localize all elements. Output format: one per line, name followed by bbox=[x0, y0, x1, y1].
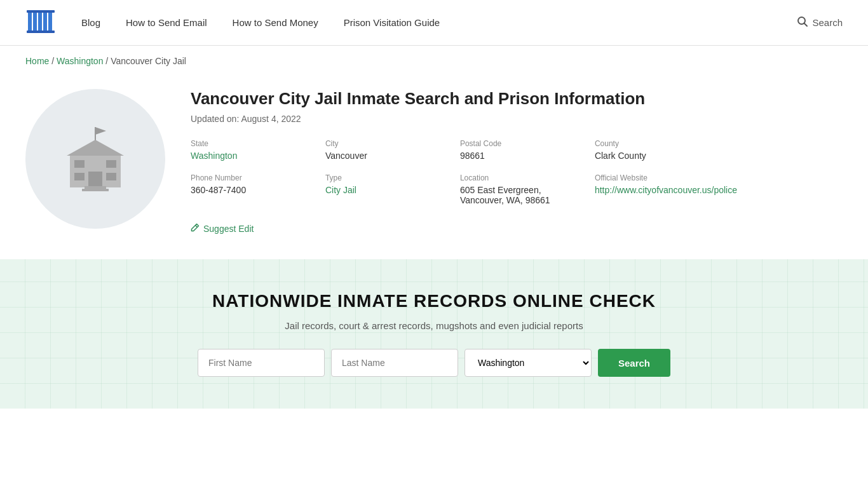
nav-visitation[interactable]: Prison Visitation Guide bbox=[344, 17, 440, 28]
svg-rect-4 bbox=[48, 11, 52, 32]
svg-rect-19 bbox=[82, 189, 109, 191]
svg-rect-16 bbox=[106, 160, 116, 168]
main-content: Vancouver City Jail Inmate Search and Pr… bbox=[0, 76, 763, 259]
county-value: Clark County bbox=[595, 151, 737, 161]
svg-line-8 bbox=[804, 24, 808, 27]
phone-value: 360-487-7400 bbox=[191, 185, 315, 195]
breadcrumb-current: Vancouver City Jail bbox=[111, 56, 186, 66]
svg-line-20 bbox=[196, 226, 198, 227]
records-heading: NATIONWIDE INMATE RECORDS ONLINE CHECK bbox=[25, 291, 843, 311]
svg-rect-17 bbox=[106, 173, 116, 180]
main-nav: Blog How to Send Email How to Send Money… bbox=[81, 17, 797, 28]
search-icon bbox=[797, 16, 808, 29]
state-select[interactable]: AlabamaAlaskaArizonaArkansasCaliforniaCo… bbox=[465, 349, 592, 377]
site-header: Blog How to Send Email How to Send Money… bbox=[0, 0, 868, 46]
svg-rect-6 bbox=[27, 30, 55, 33]
jail-image bbox=[25, 89, 165, 229]
inmate-search-form: AlabamaAlaskaArizonaArkansasCaliforniaCo… bbox=[25, 349, 843, 377]
updated-date: Updated on: August 4, 2022 bbox=[191, 114, 737, 124]
svg-rect-2 bbox=[38, 11, 42, 32]
records-section: NATIONWIDE INMATE RECORDS ONLINE CHECK J… bbox=[0, 259, 868, 409]
last-name-input[interactable] bbox=[331, 349, 458, 377]
info-location: Location 605 East Evergreen, Vancouver, … bbox=[460, 173, 585, 205]
records-description: Jail records, court & arrest records, mu… bbox=[25, 320, 843, 331]
first-name-input[interactable] bbox=[198, 349, 325, 377]
jail-info: Vancouver City Jail Inmate Search and Pr… bbox=[191, 89, 737, 234]
breadcrumb: Home / Washington / Vancouver City Jail bbox=[0, 46, 868, 76]
svg-rect-14 bbox=[74, 160, 85, 168]
nav-blog[interactable]: Blog bbox=[81, 17, 100, 28]
svg-rect-0 bbox=[28, 11, 32, 32]
info-county: County Clark County bbox=[595, 139, 737, 161]
info-website: Official Website http://www.cityofvancou… bbox=[595, 173, 737, 205]
info-type: Type City Jail bbox=[325, 173, 450, 205]
postal-value: 98661 bbox=[460, 151, 585, 161]
info-state: State Washington bbox=[191, 139, 315, 161]
jail-title: Vancouver City Jail Inmate Search and Pr… bbox=[191, 89, 737, 109]
nav-send-email[interactable]: How to Send Email bbox=[126, 17, 207, 28]
city-label: City bbox=[325, 139, 450, 148]
svg-rect-3 bbox=[43, 11, 47, 32]
search-button[interactable]: Search bbox=[598, 349, 670, 377]
svg-rect-5 bbox=[27, 10, 55, 13]
svg-rect-15 bbox=[74, 173, 85, 180]
location-value: 605 East Evergreen, Vancouver, WA, 98661 bbox=[460, 185, 585, 205]
city-value: Vancouver bbox=[325, 151, 450, 161]
info-postal: Postal Code 98661 bbox=[460, 139, 585, 161]
type-value[interactable]: City Jail bbox=[325, 185, 356, 195]
info-city: City Vancouver bbox=[325, 139, 450, 161]
svg-marker-10 bbox=[95, 127, 106, 135]
svg-marker-11 bbox=[67, 140, 124, 156]
breadcrumb-home[interactable]: Home bbox=[25, 56, 49, 66]
nav-send-money[interactable]: How to Send Money bbox=[233, 17, 318, 28]
breadcrumb-state[interactable]: Washington bbox=[57, 56, 103, 66]
website-label: Official Website bbox=[595, 173, 737, 182]
type-label: Type bbox=[325, 173, 450, 182]
suggest-edit-link[interactable]: Suggest Edit bbox=[191, 223, 737, 234]
phone-label: Phone Number bbox=[191, 173, 315, 182]
website-value[interactable]: http://www.cityofvancouver.us/police bbox=[595, 185, 737, 195]
svg-rect-13 bbox=[88, 172, 102, 187]
info-grid: State Washington City Vancouver Postal C… bbox=[191, 139, 737, 205]
state-label: State bbox=[191, 139, 315, 148]
svg-rect-18 bbox=[85, 186, 106, 189]
svg-rect-1 bbox=[33, 11, 37, 32]
info-phone: Phone Number 360-487-7400 bbox=[191, 173, 315, 205]
location-label: Location bbox=[460, 173, 585, 182]
suggest-edit-label: Suggest Edit bbox=[203, 224, 254, 234]
state-value[interactable]: Washington bbox=[191, 151, 237, 161]
county-label: County bbox=[595, 139, 737, 148]
site-logo[interactable] bbox=[25, 6, 56, 39]
header-search[interactable]: Search bbox=[797, 16, 843, 29]
edit-icon bbox=[191, 223, 200, 234]
postal-label: Postal Code bbox=[460, 139, 585, 148]
search-label: Search bbox=[812, 17, 843, 28]
